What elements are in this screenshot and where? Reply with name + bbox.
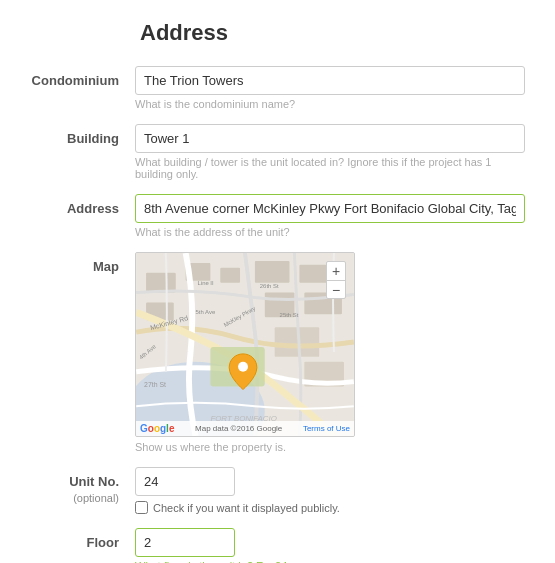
map-label: Map [30, 252, 135, 276]
svg-text:27th St: 27th St [144, 381, 166, 388]
unit-no-field: Check if you want it displayed publicly. [135, 467, 525, 514]
svg-point-14 [238, 362, 248, 372]
address-row: Address What is the address of the unit? [30, 194, 525, 238]
unit-no-row: Unit No. (optional) Check if you want it… [30, 467, 525, 514]
unit-no-input[interactable] [135, 467, 235, 496]
condominium-label: Condominium [30, 66, 135, 90]
floor-row: Floor What floor is the unit in? Ex. 24 [30, 528, 525, 563]
unit-no-label: Unit No. (optional) [30, 467, 135, 505]
svg-text:25th St: 25th St [280, 312, 299, 318]
page-title: Address [30, 20, 525, 46]
map-zoom-out-button[interactable]: − [327, 280, 345, 298]
svg-rect-5 [255, 261, 290, 283]
floor-label: Floor [30, 528, 135, 552]
page-wrapper: Address Condominium What is the condomin… [0, 0, 555, 563]
svg-text:26th St: 26th St [260, 283, 279, 289]
building-field: What building / tower is the unit locate… [135, 124, 525, 180]
unit-no-checkbox-row: Check if you want it displayed publicly. [135, 501, 525, 514]
address-field: What is the address of the unit? [135, 194, 525, 238]
unit-no-public-checkbox[interactable] [135, 501, 148, 514]
svg-rect-4 [220, 268, 240, 283]
map-hint: Show us where the property is. [135, 441, 525, 453]
map-zoom-controls: + − [326, 261, 346, 299]
address-label: Address [30, 194, 135, 218]
map-zoom-in-button[interactable]: + [327, 262, 345, 280]
map-svg: McKinley Rd 26th St Line II 25th St 5th … [136, 253, 354, 436]
floor-field: What floor is the unit in? Ex. 24 [135, 528, 525, 563]
unit-no-checkbox-label: Check if you want it displayed publicly. [153, 502, 340, 514]
condominium-field: What is the condominium name? [135, 66, 525, 110]
svg-text:5th Ave: 5th Ave [196, 309, 216, 315]
svg-text:Line II: Line II [198, 280, 214, 286]
building-input[interactable] [135, 124, 525, 153]
map-data-credit: Map data ©2016 Google [195, 424, 282, 433]
building-row: Building What building / tower is the un… [30, 124, 525, 180]
condominium-row: Condominium What is the condominium name… [30, 66, 525, 110]
address-hint: What is the address of the unit? [135, 226, 525, 238]
floor-input[interactable] [135, 528, 235, 557]
map-container[interactable]: McKinley Rd 26th St Line II 25th St 5th … [135, 252, 355, 437]
google-logo: Google [140, 423, 174, 434]
building-label: Building [30, 124, 135, 148]
map-field: McKinley Rd 26th St Line II 25th St 5th … [135, 252, 525, 453]
condominium-hint: What is the condominium name? [135, 98, 525, 110]
map-terms[interactable]: Terms of Use [303, 424, 350, 433]
map-row: Map [30, 252, 525, 453]
condominium-input[interactable] [135, 66, 525, 95]
building-hint: What building / tower is the unit locate… [135, 156, 525, 180]
address-input[interactable] [135, 194, 525, 223]
map-attribution: Google Map data ©2016 Google Terms of Us… [136, 421, 354, 436]
